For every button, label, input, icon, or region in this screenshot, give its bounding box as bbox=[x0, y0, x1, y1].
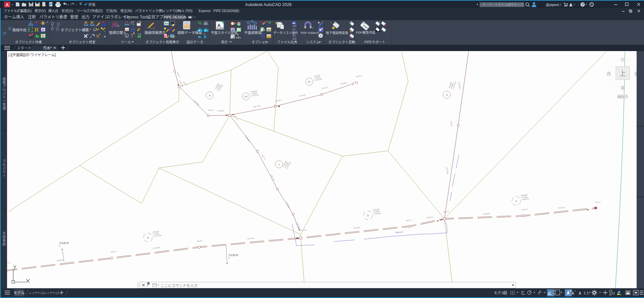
svg-text:R: R bbox=[42, 34, 44, 38]
svg-text:PDP OSNAP: PDP OSNAP bbox=[301, 31, 319, 35]
svg-text:管網切替え: 管網切替え bbox=[109, 31, 127, 35]
svg-text:[-][平面図][2D ワイヤフレーム]: [-][平面図][2D ワイヤフレーム] bbox=[8, 53, 56, 57]
svg-text:北: 北 bbox=[621, 57, 625, 62]
svg-text:東: 東 bbox=[634, 71, 637, 76]
svg-text:@piped...: @piped... bbox=[546, 3, 561, 7]
svg-text:F: F bbox=[232, 29, 234, 32]
svg-text:ツール: ツール bbox=[121, 40, 131, 44]
svg-text:PNG: PNG bbox=[292, 38, 297, 40]
svg-text:4: 4 bbox=[516, 200, 517, 203]
svg-text:10: 10 bbox=[245, 95, 248, 98]
svg-text:モデル: モデル bbox=[14, 291, 25, 295]
svg-text:i=23.47m: i=23.47m bbox=[426, 216, 433, 219]
svg-text:L=94.28m: L=94.28m bbox=[373, 212, 381, 215]
svg-text:R: R bbox=[42, 28, 44, 32]
svg-text:R: R bbox=[165, 35, 167, 38]
svg-text:No.6-2: No.6-2 bbox=[111, 250, 116, 253]
svg-text:1.0: 1.0 bbox=[138, 33, 141, 35]
svg-text:i=18.04m: i=18.04m bbox=[286, 202, 291, 209]
svg-text:i=31.00m: i=31.00m bbox=[299, 94, 306, 97]
svg-text:i=16.28m: i=16.28m bbox=[296, 222, 301, 229]
svg-text:A: A bbox=[6, 2, 9, 7]
svg-text:No.9-2: No.9-2 bbox=[208, 109, 214, 111]
svg-text:路線情報表示: 路線情報表示 bbox=[145, 31, 166, 35]
svg-text:オブジェクト作成: オブジェクト作成 bbox=[15, 40, 42, 44]
svg-text:汚水桝1号: 汚水桝1号 bbox=[228, 254, 238, 257]
svg-text:路線作成: 路線作成 bbox=[12, 28, 26, 32]
svg-text:WCS: WCS bbox=[618, 95, 625, 98]
svg-text:L=50.37m: L=50.37m bbox=[251, 94, 259, 97]
svg-text:i=57.06m: i=57.06m bbox=[152, 246, 160, 249]
svg-text:No.7-1: No.7-1 bbox=[233, 115, 238, 121]
svg-text:i=70.01m: i=70.01m bbox=[353, 226, 360, 229]
svg-text:?: ? bbox=[320, 34, 322, 38]
svg-text:水道 φ100: 水道 φ100 bbox=[395, 230, 403, 234]
svg-text:1.0: 1.0 bbox=[125, 29, 129, 31]
svg-text:No.6-3: No.6-3 bbox=[197, 240, 202, 242]
svg-text:上: 上 bbox=[620, 70, 626, 77]
svg-text:5: 5 bbox=[367, 214, 369, 217]
svg-text:オブジェクト修正: オブジェクト修正 bbox=[69, 40, 96, 44]
svg-text:A: A bbox=[217, 23, 221, 28]
svg-text:No.5-2: No.5-2 bbox=[406, 219, 412, 221]
svg-text:平面縦断図: 平面縦断図 bbox=[244, 31, 262, 35]
svg-text:1:1: 1:1 bbox=[584, 291, 589, 295]
svg-text:i=30.37m: i=30.37m bbox=[253, 104, 260, 108]
svg-text:9: 9 bbox=[209, 94, 211, 97]
svg-text:i=47.23m: i=47.23m bbox=[558, 207, 565, 209]
svg-text:汚水*: 汚水* bbox=[43, 46, 52, 50]
svg-text:i=44.71m: i=44.71m bbox=[247, 237, 254, 240]
svg-text:No.11-1: No.11-1 bbox=[356, 74, 362, 78]
svg-text:2: 2 bbox=[228, 257, 230, 259]
svg-text:i=68.53m: i=68.53m bbox=[56, 259, 63, 262]
svg-text:L=88.21m: L=88.21m bbox=[521, 198, 529, 201]
svg-text:地下埋設物変換: 地下埋設物変換 bbox=[326, 31, 348, 35]
svg-text:i=25.00m: i=25.00m bbox=[340, 82, 347, 85]
svg-text:i=61.23m: i=61.23m bbox=[446, 167, 449, 174]
svg-text:i=50.00m: i=50.00m bbox=[483, 213, 490, 215]
svg-text:PIPEサポート: PIPEサポート bbox=[364, 40, 385, 44]
svg-text:網: 網 bbox=[230, 34, 235, 39]
svg-text:3: 3 bbox=[446, 93, 448, 96]
svg-text:オブジェクト変換: オブジェクト変換 bbox=[328, 40, 355, 44]
svg-text:システム: システム bbox=[306, 40, 320, 44]
svg-text:ファイル出力: ファイル出力 bbox=[277, 40, 297, 44]
svg-text:E: E bbox=[126, 35, 128, 38]
svg-text:?: ? bbox=[582, 3, 584, 7]
svg-text:i=23.96m: i=23.96m bbox=[245, 135, 250, 142]
svg-text:No.3-2: No.3-2 bbox=[450, 121, 453, 126]
svg-text:No.4-3: No.4-3 bbox=[443, 211, 449, 213]
svg-text:6: 6 bbox=[147, 236, 149, 239]
svg-text:No.6-1: No.6-1 bbox=[7, 261, 11, 264]
svg-text:西: 西 bbox=[606, 71, 611, 76]
svg-text:No.7-2: No.7-2 bbox=[261, 154, 266, 160]
svg-text:No.4-1: No.4-1 bbox=[595, 201, 601, 203]
svg-text:No.4-2: No.4-2 bbox=[522, 208, 528, 211]
svg-text:汚水桝1号: 汚水桝1号 bbox=[59, 242, 69, 245]
svg-text:1: 1 bbox=[59, 245, 60, 247]
svg-text:表示: 表示 bbox=[221, 40, 228, 44]
svg-text:PDF: PDF bbox=[293, 32, 297, 34]
svg-text:i=26.96m: i=26.96m bbox=[193, 99, 200, 106]
svg-text:No.8-1: No.8-1 bbox=[301, 229, 307, 231]
svg-text:Autodesk AutoCAD 2026: Autodesk AutoCAD 2026 bbox=[245, 2, 291, 7]
svg-text:1: 1 bbox=[278, 163, 280, 166]
svg-text:オブジェクト編集: オブジェクト編集 bbox=[61, 28, 89, 32]
svg-text:PDP属性作成: PDP属性作成 bbox=[356, 31, 376, 34]
svg-text:i=13.66m: i=13.66m bbox=[217, 110, 224, 112]
svg-text:キーワードまたは語句を入力: キーワードまたは語句を入力 bbox=[482, 3, 524, 6]
svg-text:南: 南 bbox=[621, 85, 625, 90]
svg-text:No.8-4: No.8-4 bbox=[176, 72, 181, 78]
svg-text:i=30.23m: i=30.23m bbox=[458, 82, 461, 89]
svg-text:設計データ: 設計データ bbox=[186, 40, 203, 44]
svg-text:モデル: モデル bbox=[494, 291, 505, 295]
svg-text:共有: 共有 bbox=[88, 2, 96, 7]
svg-text:No.11-2: No.11-2 bbox=[322, 86, 328, 89]
svg-text:11: 11 bbox=[308, 80, 311, 83]
svg-text:PDF: PDF bbox=[293, 25, 297, 27]
